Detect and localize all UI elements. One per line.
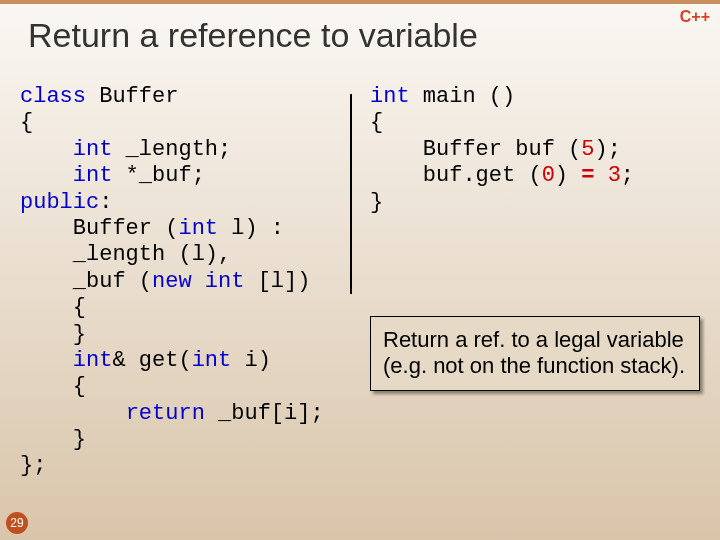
kw-int: int bbox=[370, 84, 410, 109]
code-text: ) bbox=[555, 163, 581, 188]
code-block-left: class Buffer { int _length; int *_buf; p… bbox=[20, 84, 340, 480]
kw-int: int bbox=[73, 137, 113, 162]
code-text: _length (l), bbox=[20, 242, 231, 267]
code-text: _buf ( bbox=[20, 269, 152, 294]
slide: C++ Return a reference to variable class… bbox=[0, 0, 720, 540]
kw-class: class bbox=[20, 84, 86, 109]
code-text: } bbox=[370, 190, 383, 215]
kw-int: int bbox=[192, 348, 232, 373]
kw-new-int: new int bbox=[152, 269, 244, 294]
num-3: 3 bbox=[608, 163, 621, 188]
kw-return: return bbox=[126, 401, 205, 426]
op-equals: = bbox=[581, 163, 594, 188]
code-text: i) bbox=[231, 348, 271, 373]
slide-number: 29 bbox=[6, 512, 28, 534]
code-text: { bbox=[20, 110, 33, 135]
code-text: & get( bbox=[112, 348, 191, 373]
slide-title: Return a reference to variable bbox=[0, 4, 720, 55]
code-text: _length; bbox=[112, 137, 231, 162]
kw-int: int bbox=[73, 348, 113, 373]
code-text: l) : bbox=[218, 216, 284, 241]
left-column: class Buffer { int _length; int *_buf; p… bbox=[20, 84, 350, 520]
code-text: *_buf; bbox=[112, 163, 204, 188]
code-text: Buffer ( bbox=[20, 216, 178, 241]
code-text: [l]) bbox=[244, 269, 310, 294]
kw-int: int bbox=[73, 163, 113, 188]
code-text: { bbox=[20, 295, 86, 320]
code-text: Buffer bbox=[86, 84, 178, 109]
code-text: { bbox=[20, 374, 86, 399]
code-text: ); bbox=[594, 137, 620, 162]
note-text: Return a ref. to a legal variable (e.g. … bbox=[383, 327, 685, 378]
code-text: buf.get ( bbox=[370, 163, 542, 188]
code-text: { bbox=[370, 110, 383, 135]
code-text: } bbox=[20, 322, 86, 347]
note-box: Return a ref. to a legal variable (e.g. … bbox=[370, 316, 700, 391]
code-text: _buf[i]; bbox=[205, 401, 324, 426]
code-text bbox=[594, 163, 607, 188]
code-text: : bbox=[99, 190, 112, 215]
right-column: int main () { Buffer buf (5); buf.get (0… bbox=[352, 84, 700, 520]
num-5: 5 bbox=[581, 137, 594, 162]
num-0: 0 bbox=[542, 163, 555, 188]
code-text: }; bbox=[20, 453, 46, 478]
code-text: main () bbox=[410, 84, 516, 109]
content-area: class Buffer { int _length; int *_buf; p… bbox=[20, 84, 700, 520]
code-block-right: int main () { Buffer buf (5); buf.get (0… bbox=[370, 84, 700, 216]
code-text: } bbox=[20, 427, 86, 452]
cpp-badge: C++ bbox=[680, 8, 710, 26]
kw-int: int bbox=[178, 216, 218, 241]
code-text: Buffer buf ( bbox=[370, 137, 581, 162]
kw-public: public bbox=[20, 190, 99, 215]
code-text: ; bbox=[621, 163, 634, 188]
